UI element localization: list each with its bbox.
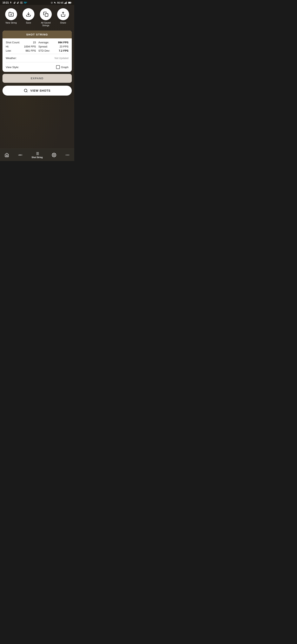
graph-checkbox[interactable] <box>56 65 60 69</box>
view-shots-label: VIEW SHOTS <box>30 89 50 92</box>
status-time: 10:21 <box>2 1 9 4</box>
folder-plus-icon <box>8 12 14 17</box>
signal-icon <box>64 2 67 4</box>
svg-point-28 <box>66 154 67 156</box>
svg-rect-5 <box>65 2 66 4</box>
snapchat-icon <box>10 1 12 4</box>
list-icon <box>35 151 39 156</box>
status-bar: 10:21 70° 5G UC <box>0 0 74 5</box>
all-saved-strings-label: All Saved Strings <box>41 22 50 27</box>
share-button[interactable]: Share <box>57 8 69 27</box>
save-button[interactable]: Save <box>22 8 34 27</box>
nav-settings[interactable] <box>50 152 58 158</box>
low-label: Low: <box>6 49 11 52</box>
copy-icon <box>43 12 48 17</box>
gear-icon <box>52 153 56 157</box>
status-icons: 5G UC <box>50 2 72 4</box>
card-header-text: SHOT STRING <box>26 33 48 36</box>
all-saved-strings-button[interactable]: All Saved Strings <box>40 8 52 27</box>
divider-1 <box>6 54 68 54</box>
rifle-icon <box>18 153 22 157</box>
expand-button[interactable]: EXPAND <box>2 74 72 83</box>
home-icon <box>4 153 9 157</box>
photos-icon <box>20 1 23 4</box>
svg-rect-6 <box>66 2 66 4</box>
expand-button-label: EXPAND <box>31 77 43 80</box>
view-style-label: View Style: <box>6 66 19 69</box>
nav-rifle[interactable] <box>16 152 24 158</box>
shot-count-value: 15 <box>33 41 36 44</box>
card-header: SHOT STRING <box>2 30 72 38</box>
svg-point-29 <box>67 154 68 156</box>
view-shots-button[interactable]: VIEW SHOTS <box>2 86 72 96</box>
average-value: 994 FPS <box>58 41 68 44</box>
new-string-label: New String <box>5 22 17 24</box>
shot-string-card: SHOT STRING Shot Count: 15 Hi: 1004 FPS … <box>2 30 72 72</box>
nav-shot-string[interactable]: Shot String <box>29 150 45 160</box>
tiktok-icon-1 <box>13 2 16 4</box>
svg-point-15 <box>24 89 27 92</box>
svg-rect-0 <box>20 2 23 4</box>
weather-status: Not Updated <box>55 57 68 60</box>
search-icon <box>24 88 28 93</box>
svg-point-30 <box>68 154 69 156</box>
weather-row: Weather: Not Updated <box>6 56 68 60</box>
spread-label: Spread: <box>38 45 48 48</box>
card-body: Shot Count: 15 Hi: 1004 FPS Low: 981 FPS <box>2 38 72 72</box>
spread-value: 23 FPS <box>60 45 68 48</box>
save-label: Save <box>26 22 31 24</box>
nav-shot-string-label: Shot String <box>31 156 43 158</box>
more-dots-icon <box>65 153 70 157</box>
std-dev-label: STD Dev: <box>38 49 50 52</box>
svg-point-27 <box>53 154 55 156</box>
svg-point-1 <box>21 2 21 2</box>
shot-count-label: Shot Count: <box>6 41 20 44</box>
graph-label: Graph <box>61 66 68 69</box>
view-style-row: View Style: Graph <box>6 64 68 69</box>
low-value: 981 FPS <box>25 49 36 52</box>
graph-checkbox-wrap[interactable]: Graph <box>56 65 68 69</box>
svg-rect-9 <box>68 2 71 3</box>
tiktok-icon-2 <box>17 2 19 4</box>
std-dev-value: 7.2 FPS <box>59 49 68 52</box>
network-label: 5G UC <box>57 2 63 4</box>
battery-icon <box>68 2 72 4</box>
average-label: Average: <box>38 41 49 44</box>
main-content: New String Save All Saved Strings <box>0 5 74 148</box>
svg-line-16 <box>27 92 27 92</box>
svg-rect-4 <box>64 3 65 4</box>
mute-icon <box>54 2 56 4</box>
temperature: 70° <box>24 2 27 4</box>
nav-more[interactable] <box>63 152 72 158</box>
bottom-nav: Shot String <box>0 148 74 161</box>
share-icon <box>60 12 66 17</box>
download-icon <box>26 12 31 17</box>
hi-label: Hi: <box>6 45 9 48</box>
hi-value: 1004 FPS <box>24 45 36 48</box>
action-buttons-row: New String Save All Saved Strings <box>2 8 72 27</box>
nav-home[interactable] <box>2 152 11 158</box>
weather-label: Weather: <box>6 56 17 60</box>
new-string-button[interactable]: New String <box>5 8 17 27</box>
alarm-icon <box>50 2 53 4</box>
svg-rect-7 <box>66 2 67 4</box>
svg-rect-13 <box>45 14 48 16</box>
share-label: Share <box>60 22 66 24</box>
